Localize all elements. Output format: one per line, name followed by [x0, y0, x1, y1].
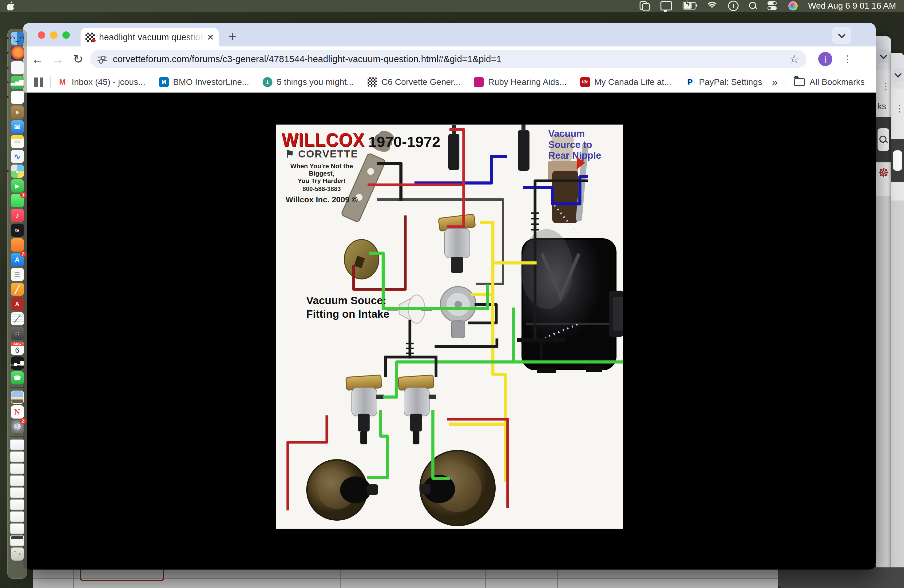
chevron-down-icon[interactable]	[892, 68, 903, 82]
dock-item[interactable]: ╱	[11, 283, 24, 296]
dock-item[interactable]	[10, 476, 24, 486]
wifi-icon[interactable]	[706, 2, 718, 10]
bookmark-item[interactable]: life My Canada Life at...	[580, 77, 672, 87]
dock-item[interactable]	[10, 463, 24, 474]
dock-item[interactable]: ☎	[11, 371, 24, 384]
active-tab[interactable]: headlight vacuum question – C ✕	[81, 28, 219, 46]
chevron-down-icon[interactable]	[878, 49, 889, 63]
dock-item[interactable]	[10, 487, 24, 498]
window-minimize-button[interactable]	[50, 32, 57, 39]
dock-item[interactable]: ●	[11, 106, 24, 119]
kebab-menu-icon[interactable]: ⋮	[881, 82, 890, 90]
siri-icon[interactable]	[789, 1, 798, 11]
dock-item[interactable]	[11, 61, 24, 74]
apple-menu-icon[interactable]	[7, 1, 16, 11]
menu-item[interactable]	[77, 1, 91, 11]
column-divider	[340, 569, 341, 588]
bookmarks-overflow-button[interactable]: »	[764, 76, 785, 88]
menu-item[interactable]	[35, 1, 49, 11]
site-settings-icon[interactable]	[98, 56, 107, 62]
dock-item[interactable]	[11, 46, 24, 60]
menu-item[interactable]	[20, 1, 35, 11]
bookmark-star-icon[interactable]: ☆	[789, 52, 799, 65]
dock-item[interactable]	[10, 511, 24, 522]
dock-item[interactable]: ◠‿◠	[11, 32, 24, 45]
dock-icon-glyph: tv	[15, 228, 19, 232]
all-bookmarks-button[interactable]: All Bookmarks	[786, 77, 876, 87]
tab-search-button[interactable]	[832, 27, 851, 44]
dock-item[interactable]: ☸ 2	[11, 420, 24, 433]
dock-item[interactable]: ▁▄▂▇	[11, 356, 24, 370]
background-spreadsheet-window[interactable]	[33, 569, 778, 588]
dock-item[interactable]	[11, 390, 24, 404]
dock-item[interactable]	[11, 91, 24, 104]
menu-bar-clock[interactable]: Wed Aug 6 9 01 16 AM	[808, 1, 896, 11]
dock-item[interactable]	[10, 499, 24, 510]
battery-icon[interactable]: ϟ	[683, 1, 696, 11]
background-window-edge-2[interactable]: ⋮	[891, 53, 904, 569]
dock-item[interactable]	[11, 387, 24, 388]
spotlight-icon[interactable]	[749, 2, 757, 10]
dock-item[interactable]: ▃▅▇	[11, 76, 24, 89]
dock-item[interactable]	[11, 238, 24, 251]
tab-strip: headlight vacuum question – C ✕ +	[23, 23, 876, 46]
dock-item[interactable]: 3	[11, 194, 24, 207]
time-machine-icon[interactable]: !	[728, 1, 738, 11]
search-box[interactable]	[877, 128, 889, 151]
dock-item[interactable]: ☰	[11, 268, 24, 281]
display-icon[interactable]	[661, 1, 672, 11]
bookmark-item[interactable]: M Inbox (45) - jcous...	[57, 77, 145, 87]
dock-item[interactable]: ∷	[11, 327, 24, 340]
chrome-menu-icon[interactable]: ⋮	[843, 57, 852, 61]
dock-item[interactable]: ╱	[11, 312, 24, 326]
dock-item[interactable]	[10, 439, 24, 450]
menu-item[interactable]	[133, 1, 148, 11]
bookmark-item[interactable]: C6 Corvette Gener...	[367, 77, 461, 87]
tab-close-icon[interactable]: ✕	[207, 32, 214, 43]
dock-item[interactable]: AUG 6	[11, 341, 24, 355]
dock-item[interactable]	[11, 436, 24, 437]
window-zoom-button[interactable]	[62, 32, 70, 39]
url-text[interactable]: corvetteforum.com/forums/c3-general/4781…	[113, 54, 785, 64]
back-button[interactable]: ←	[27, 52, 47, 66]
dock-icon-glyph: ☎	[14, 375, 21, 381]
dock-item[interactable]	[10, 452, 24, 462]
profile-avatar[interactable]: j	[818, 52, 832, 66]
bookmark-item[interactable]: M BMO InvestorLine...	[159, 77, 249, 87]
menu-item[interactable]	[91, 1, 105, 11]
screen-mirroring-icon[interactable]	[640, 1, 650, 11]
dock-item[interactable]	[10, 523, 24, 534]
new-tab-button[interactable]: +	[228, 30, 237, 43]
menu-item[interactable]	[119, 1, 133, 11]
dock-item[interactable]: ▶	[11, 179, 24, 193]
dock-item[interactable]: ∿	[11, 150, 24, 163]
dock-item[interactable]	[11, 547, 24, 561]
bookmark-item[interactable]: Ruby Hearing Aids...	[474, 77, 566, 87]
dock-item[interactable]	[10, 536, 24, 546]
dock-item[interactable]: tv	[11, 224, 24, 237]
dock-item[interactable]: A	[11, 297, 24, 311]
menu-item[interactable]	[63, 1, 77, 11]
reload-button[interactable]: ↻	[68, 52, 88, 66]
bookmark-item[interactable]: P PayPal: Settings	[685, 77, 762, 87]
dock-item[interactable]: ▲	[11, 164, 24, 178]
kebab-menu-icon[interactable]: ⋮	[895, 104, 904, 112]
gear-icon[interactable]: ☸	[878, 166, 889, 180]
menu-item[interactable]	[49, 1, 63, 11]
apps-grid-icon[interactable]	[34, 77, 43, 87]
page-content-lightbox[interactable]: WILLCOX ⚑ CORVETTE When You're Not the B…	[23, 93, 876, 569]
vacuum-diagram-image[interactable]: WILLCOX ⚑ CORVETTE When You're Not the B…	[276, 125, 623, 529]
window-close-button[interactable]	[38, 32, 45, 39]
background-window-edge-1[interactable]: ⋮ ks ☸	[876, 36, 891, 569]
control-center-icon[interactable]	[768, 1, 778, 11]
dock-item[interactable]: ✉	[11, 120, 24, 133]
address-bar[interactable]: corvetteforum.com/forums/c3-general/4781…	[90, 50, 806, 68]
menu-item[interactable]	[105, 1, 119, 11]
menu-item[interactable]	[148, 1, 162, 11]
dock-item[interactable]: A 7	[11, 253, 24, 266]
forward-button[interactable]: →	[47, 52, 68, 66]
bookmark-item[interactable]: T 5 things you might...	[262, 77, 354, 87]
dock-item[interactable]: ♪	[11, 209, 24, 222]
dock-item[interactable]: N	[11, 405, 24, 419]
dock-item[interactable]: ≡≡	[11, 135, 24, 148]
